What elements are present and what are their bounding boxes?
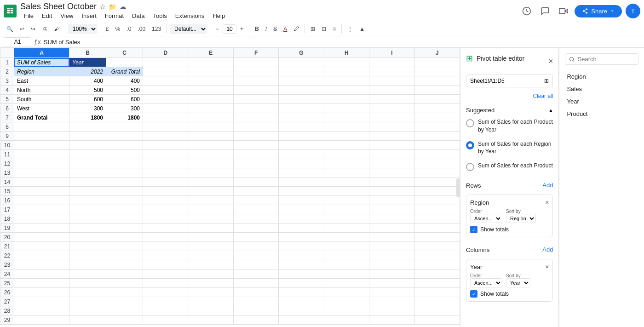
cell-r8-c2[interactable] [106,122,143,132]
cell-r17-c3[interactable] [143,205,188,214]
dec-inc-btn[interactable]: .0 [124,24,134,34]
suggested-radio-3[interactable] [466,163,474,171]
col-header-i[interactable]: I [369,48,414,58]
rows-totals-checkbox[interactable] [470,226,477,233]
cell-r1-c0[interactable]: SUM of Sales [14,58,69,67]
cell-r5-c5[interactable] [233,95,278,104]
cell-r17-c7[interactable] [324,205,369,214]
cell-r29-c5[interactable] [233,316,278,325]
cell-r25-c0[interactable] [14,279,69,288]
cell-r4-c2[interactable]: 500 [106,86,143,95]
rows-sort-select[interactable]: Region [506,214,536,223]
cell-r29-c0[interactable] [14,316,69,325]
cell-r7-c7[interactable] [324,113,369,122]
align-btn[interactable]: ≡ [330,24,339,34]
cell-r9-c0[interactable] [14,132,69,141]
cell-r20-c8[interactable] [369,233,414,242]
cell-r22-c9[interactable] [414,251,460,260]
cell-r10-c7[interactable] [324,141,369,150]
cell-r24-c4[interactable] [188,270,233,279]
cell-r28-c3[interactable] [143,306,188,316]
cell-r20-c5[interactable] [233,233,278,242]
columns-add-btn[interactable]: Add [542,246,553,253]
cell-r6-c1[interactable]: 300 [69,104,106,113]
field-item-sales[interactable]: Sales [565,83,638,95]
cell-r21-c3[interactable] [143,242,188,251]
cell-r2-c6[interactable] [279,67,324,76]
cell-r20-c6[interactable] [279,233,324,242]
cell-r22-c2[interactable] [106,251,143,260]
cell-r6-c9[interactable] [414,104,460,113]
history-icon[interactable] [519,4,534,18]
cell-r16-c9[interactable] [414,196,460,205]
currency-btn[interactable]: £ [103,24,112,34]
cell-r5-c3[interactable] [143,95,188,104]
bold-btn[interactable]: B [252,24,262,34]
cell-r10-c1[interactable] [69,141,106,150]
cell-r13-c0[interactable] [14,168,69,178]
rows-field-close[interactable]: × [545,199,549,206]
cell-r9-c7[interactable] [324,132,369,141]
suggested-item-1[interactable]: Sum of Sales for each Product by Year [466,116,553,136]
cell-r25-c2[interactable] [106,279,143,288]
cell-r22-c8[interactable] [369,251,414,260]
cell-r15-c3[interactable] [143,187,188,196]
col-header-g[interactable]: G [279,48,324,58]
menu-tools[interactable]: Tools [149,11,170,20]
search-toolbar-btn[interactable]: 🔍 [4,24,16,34]
cell-r1-c2[interactable] [106,58,143,67]
cell-r19-c3[interactable] [143,224,188,233]
cell-r5-c6[interactable] [279,95,324,104]
cell-r18-c7[interactable] [324,214,369,224]
cell-r24-c6[interactable] [279,270,324,279]
cell-r25-c8[interactable] [369,279,414,288]
cell-r10-c4[interactable] [188,141,233,150]
cell-r20-c1[interactable] [69,233,106,242]
cell-r2-c4[interactable] [188,67,233,76]
field-item-year[interactable]: Year [565,95,638,108]
cell-r21-c7[interactable] [324,242,369,251]
cell-r18-c0[interactable] [14,214,69,224]
cell-r26-c2[interactable] [106,288,143,297]
cell-r23-c7[interactable] [324,260,369,270]
cell-r15-c0[interactable] [14,187,69,196]
cell-r19-c1[interactable] [69,224,106,233]
cell-r21-c0[interactable] [14,242,69,251]
cell-r28-c8[interactable] [369,306,414,316]
cell-r13-c2[interactable] [106,168,143,178]
cell-r13-c4[interactable] [188,168,233,178]
cell-r13-c7[interactable] [324,168,369,178]
cell-r7-c1[interactable]: 1800 [69,113,106,122]
cell-r16-c3[interactable] [143,196,188,205]
cell-r15-c5[interactable] [233,187,278,196]
cell-r28-c1[interactable] [69,306,106,316]
cell-r21-c2[interactable] [106,242,143,251]
cell-r17-c6[interactable] [279,205,324,214]
cell-r26-c1[interactable] [69,288,106,297]
cell-r16-c5[interactable] [233,196,278,205]
redo-btn[interactable]: ↪ [28,24,38,34]
cell-r23-c3[interactable] [143,260,188,270]
cell-r22-c1[interactable] [69,251,106,260]
cell-r24-c0[interactable] [14,270,69,279]
cell-r4-c1[interactable]: 500 [69,86,106,95]
cell-r4-c9[interactable] [414,86,460,95]
cell-r22-c5[interactable] [233,251,278,260]
cell-r2-c7[interactable] [324,67,369,76]
cell-r17-c2[interactable] [106,205,143,214]
cell-r16-c8[interactable] [369,196,414,205]
cell-r14-c2[interactable] [106,178,143,187]
cell-r7-c6[interactable] [279,113,324,122]
cell-r7-c3[interactable] [143,113,188,122]
menu-file[interactable]: File [20,11,37,20]
cell-r5-c1[interactable]: 600 [69,95,106,104]
cell-r3-c8[interactable] [369,76,414,86]
cell-r5-c8[interactable] [369,95,414,104]
cell-r23-c6[interactable] [279,260,324,270]
cell-r10-c9[interactable] [414,141,460,150]
cell-r19-c6[interactable] [279,224,324,233]
cell-r26-c9[interactable] [414,288,460,297]
more-btn[interactable]: ⋮ [345,24,356,34]
cell-r18-c9[interactable] [414,214,460,224]
cell-r18-c3[interactable] [143,214,188,224]
